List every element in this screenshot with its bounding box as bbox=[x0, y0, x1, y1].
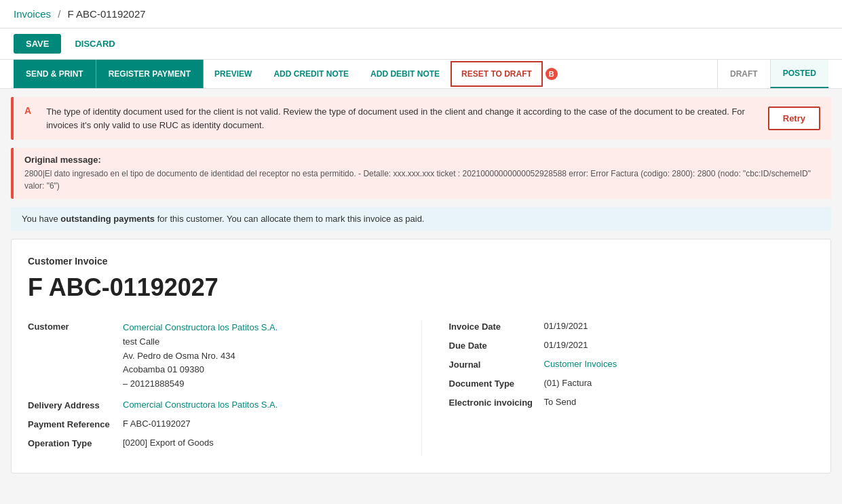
preview-button[interactable]: PREVIEW bbox=[204, 60, 263, 88]
due-date-field-row: Due Date 01/19/2021 bbox=[449, 340, 788, 351]
outstanding-bold: outstanding payments bbox=[60, 214, 155, 224]
action-bar: SEND & PRINT REGISTER PAYMENT PREVIEW AD… bbox=[0, 60, 842, 89]
operation-type-value: [0200] Export of Goods bbox=[123, 438, 394, 448]
outstanding-banner: You have outstanding payments for this c… bbox=[11, 207, 831, 231]
badge-b: B bbox=[546, 68, 558, 80]
action-bar-left: SEND & PRINT REGISTER PAYMENT PREVIEW AD… bbox=[14, 60, 717, 88]
invoice-right-section: Invoice Date 01/19/2021 Due Date 01/19/2… bbox=[421, 321, 815, 457]
outstanding-text-before: You have bbox=[22, 214, 60, 224]
operation-type-field-row: Operation Type [0200] Export of Goods bbox=[28, 438, 394, 448]
operation-type-label: Operation Type bbox=[28, 438, 123, 448]
due-date-value: 01/19/2021 bbox=[544, 340, 788, 350]
invoice-date-field-row: Invoice Date 01/19/2021 bbox=[449, 321, 788, 332]
delivery-address-value: Comercial Constructora los Patitos S.A. bbox=[123, 400, 394, 410]
badge-a: A bbox=[24, 105, 31, 116]
register-payment-button[interactable]: REGISTER PAYMENT bbox=[96, 60, 204, 88]
breadcrumb-current: F ABC-01192027 bbox=[68, 8, 146, 20]
delivery-address-field-row: Delivery Address Comercial Constructora … bbox=[28, 400, 394, 410]
electronic-invoicing-field-row: Electronic invoicing To Send bbox=[449, 397, 788, 408]
journal-value: Customer Invoices bbox=[544, 359, 788, 369]
electronic-invoicing-value: To Send bbox=[544, 397, 788, 407]
delivery-address-link[interactable]: Comercial Constructora los Patitos S.A. bbox=[123, 400, 278, 410]
invoice-date-value: 01/19/2021 bbox=[544, 321, 788, 331]
due-date-label: Due Date bbox=[449, 340, 544, 351]
journal-link[interactable]: Customer Invoices bbox=[544, 359, 617, 369]
invoice-card: Customer Invoice F ABC-01192027 Customer… bbox=[11, 239, 831, 473]
save-button[interactable]: SAVE bbox=[14, 34, 61, 54]
add-debit-note-button[interactable]: ADD DEBIT NOTE bbox=[360, 60, 451, 88]
delivery-address-label: Delivery Address bbox=[28, 400, 123, 410]
customer-address-line4: – 20121888549 bbox=[123, 379, 184, 389]
status-pills: DRAFT POSTED bbox=[717, 60, 828, 88]
status-draft: DRAFT bbox=[717, 60, 770, 88]
invoice-date-label: Invoice Date bbox=[449, 321, 544, 332]
outstanding-text-after: for this customer. You can allocate them… bbox=[155, 214, 424, 224]
breadcrumb: Invoices / F ABC-01192027 bbox=[0, 0, 842, 28]
discard-button[interactable]: DISCARD bbox=[68, 34, 121, 54]
customer-label: Customer bbox=[28, 321, 123, 332]
customer-address-line2: Av. Pedro de Osma Nro. 434 bbox=[123, 351, 235, 361]
customer-address-line3: Acobamba 01 09380 bbox=[123, 364, 204, 374]
send-print-button[interactable]: SEND & PRINT bbox=[14, 60, 96, 88]
retry-button[interactable]: Retry bbox=[768, 106, 820, 130]
error-message: The type of identity document used for t… bbox=[46, 105, 757, 132]
payment-reference-label: Payment Reference bbox=[28, 419, 123, 429]
payment-reference-value: F ABC-01192027 bbox=[123, 419, 394, 429]
error-banner: A The type of identity document used for… bbox=[11, 97, 831, 140]
document-type-field-row: Document Type (01) Factura bbox=[449, 378, 788, 389]
customer-field-row: Customer Comercial Constructora los Pati… bbox=[28, 321, 394, 391]
journal-label: Journal bbox=[449, 359, 544, 370]
journal-field-row: Journal Customer Invoices bbox=[449, 359, 788, 370]
status-posted: POSTED bbox=[770, 60, 828, 88]
save-bar: SAVE DISCARD bbox=[0, 28, 842, 60]
breadcrumb-separator: / bbox=[58, 8, 60, 20]
original-message-text: 2800|El dato ingresado en el tipo de doc… bbox=[24, 168, 820, 192]
invoice-type-label: Customer Invoice bbox=[28, 256, 814, 267]
document-type-label: Document Type bbox=[449, 378, 544, 389]
original-message: Original message: 2800|El dato ingresado… bbox=[11, 148, 831, 199]
customer-name-link[interactable]: Comercial Constructora los Patitos S.A. bbox=[123, 322, 278, 332]
customer-address-line1: test Calle bbox=[123, 336, 159, 347]
add-credit-note-button[interactable]: ADD CREDIT NOTE bbox=[263, 60, 360, 88]
electronic-invoicing-label: Electronic invoicing bbox=[449, 397, 544, 408]
customer-address: Comercial Constructora los Patitos S.A. … bbox=[123, 321, 394, 391]
payment-reference-field-row: Payment Reference F ABC-01192027 bbox=[28, 419, 394, 429]
document-type-value: (01) Factura bbox=[544, 378, 788, 388]
invoice-fields: Customer Comercial Constructora los Pati… bbox=[28, 321, 814, 457]
invoice-left-section: Customer Comercial Constructora los Pati… bbox=[28, 321, 421, 457]
reset-to-draft-button[interactable]: RESET TO DRAFT bbox=[451, 61, 543, 87]
original-message-label: Original message: bbox=[24, 155, 820, 165]
breadcrumb-parent[interactable]: Invoices bbox=[14, 8, 51, 20]
invoice-number: F ABC-01192027 bbox=[28, 273, 814, 302]
customer-value: Comercial Constructora los Patitos S.A. … bbox=[123, 321, 394, 391]
